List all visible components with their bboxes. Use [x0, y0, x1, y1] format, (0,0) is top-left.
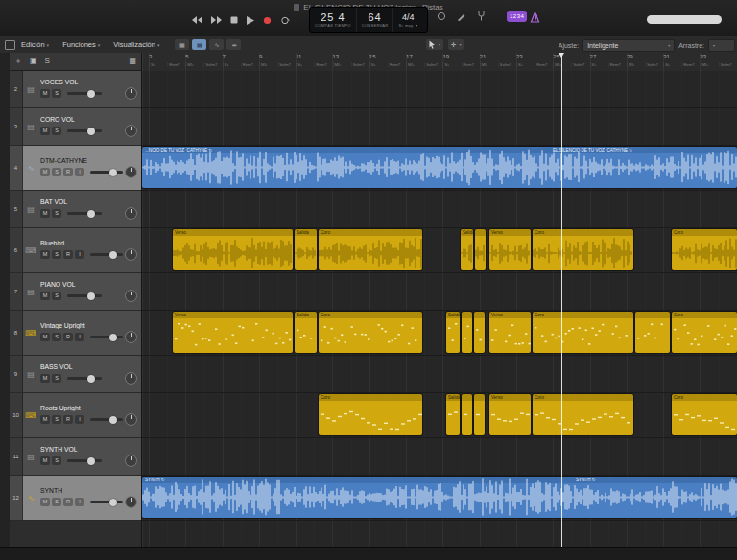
volume-slider[interactable] [90, 501, 123, 503]
track-lane-10[interactable]: CoroSalidaVersoCoroCoro [142, 393, 737, 438]
volume-slider-thumb[interactable] [87, 375, 95, 383]
lcd-display[interactable]: 25 4 COMPÁS TIEMPO 64 CONSERVAR 4/4 S♭ m… [309, 7, 428, 33]
play-button[interactable] [247, 16, 254, 25]
volume-slider-thumb[interactable] [87, 292, 95, 300]
region-Verso[interactable]: Verso [489, 229, 531, 270]
pan-knob[interactable] [125, 207, 137, 220]
region-Salida[interactable]: Salida [446, 394, 460, 435]
volume-slider[interactable] [67, 92, 102, 95]
pan-knob[interactable] [125, 125, 137, 137]
mute-button[interactable]: M [40, 168, 50, 176]
stop-button[interactable] [230, 16, 238, 24]
track-lane-8[interactable]: VersoSalidaCoroSalidaVersoCoroCoro [142, 311, 737, 356]
menu-funciones[interactable]: Funciones▾ [62, 40, 100, 49]
region-clip[interactable] [462, 312, 472, 353]
duplicate-track-button[interactable]: ▣ [30, 58, 37, 65]
pan-knob[interactable] [125, 166, 137, 178]
track-header-4[interactable]: 4∿DTM-CATHYNEMSRI [10, 146, 141, 191]
solo-button[interactable]: S [52, 456, 61, 465]
mute-button[interactable]: M [40, 209, 50, 218]
region-Salida[interactable]: Salida [446, 312, 460, 353]
bar-ruler[interactable]: 357911131517192123252729313335 S♭Rem7MI♭… [142, 53, 737, 72]
track-lane-9[interactable] [142, 356, 737, 393]
menu-edicion[interactable]: Edición▾ [21, 40, 49, 49]
volume-slider-thumb[interactable] [109, 251, 117, 259]
pan-knob[interactable] [125, 372, 137, 385]
library-icon[interactable] [5, 40, 15, 50]
input-monitor-button[interactable]: I [75, 415, 84, 424]
volume-slider-thumb[interactable] [87, 128, 95, 135]
mute-button[interactable]: M [40, 292, 50, 300]
track-header-12[interactable]: 12∿SYNTHMSRI [10, 476, 141, 521]
track-lane-5[interactable] [142, 191, 737, 228]
track-header-5[interactable]: 5▤BAT VOLMS [10, 191, 141, 228]
automation-view-toggle[interactable]: ∿ [209, 39, 224, 50]
command-click-tool-menu[interactable]: ✛ ▾ [448, 39, 464, 50]
volume-slider[interactable] [90, 418, 123, 421]
track-header-2[interactable]: 2▤VOCES VOLMS [10, 71, 141, 108]
region-Verso[interactable]: Verso [173, 312, 293, 353]
mute-button[interactable]: M [40, 127, 50, 135]
volume-slider-thumb[interactable] [87, 90, 95, 98]
mute-button[interactable]: M [40, 498, 50, 506]
input-monitor-button[interactable]: I [75, 333, 84, 341]
count-in-button[interactable]: 1234 [507, 11, 527, 22]
playhead-handle[interactable] [559, 53, 564, 58]
forward-button[interactable] [211, 16, 222, 24]
volume-slider[interactable] [90, 171, 123, 174]
region-Salida[interactable]: Salida [295, 312, 317, 353]
record-button[interactable] [263, 16, 272, 25]
region-SYNTH[interactable]: SYNTH ↻SYNTH ↻ [142, 477, 737, 518]
master-volume-slider[interactable] [647, 15, 722, 24]
region-Coro[interactable]: Coro [319, 394, 422, 435]
track-zoom-button[interactable]: ▦ [129, 58, 136, 65]
cycle-button[interactable] [280, 16, 290, 25]
input-monitor-button[interactable]: I [75, 498, 84, 506]
region-Coro[interactable]: Coro [533, 229, 633, 270]
volume-slider-thumb[interactable] [109, 334, 117, 341]
solo-button[interactable]: S [52, 415, 61, 424]
region-Coro[interactable]: Coro [533, 312, 633, 353]
region-Coro[interactable]: Coro [319, 229, 422, 270]
menu-visualizacion[interactable]: Visualización▾ [113, 40, 159, 49]
track-lane-4[interactable]: ...NCIO DE TU VOZ_CATHYNE ↻EL SILENCIO D… [142, 146, 737, 191]
track-lane-11[interactable] [142, 438, 737, 476]
region-Coro[interactable]: Coro [533, 394, 633, 435]
solo-button[interactable]: S [52, 498, 61, 506]
track-header-11[interactable]: 11▤SYNTH VOLMS [10, 438, 141, 476]
mute-button[interactable]: M [40, 456, 50, 465]
region-Coro[interactable]: Coro [672, 312, 737, 353]
track-lane-7[interactable] [142, 273, 737, 311]
region-Coro[interactable]: Coro [672, 394, 737, 435]
volume-slider-thumb[interactable] [109, 416, 117, 424]
pan-knob[interactable] [125, 290, 137, 302]
add-track-button[interactable]: ＋ [14, 58, 22, 65]
volume-slider[interactable] [67, 294, 102, 297]
left-click-tool-menu[interactable]: ▾ [426, 39, 443, 50]
pan-knob[interactable] [125, 413, 137, 426]
track-header-10[interactable]: 10⌨Roots UprightMSRI [10, 393, 141, 438]
record-enable-button[interactable]: R [63, 498, 73, 506]
region-clip[interactable] [474, 312, 485, 353]
playhead[interactable] [561, 53, 562, 547]
grid-view-toggle[interactable]: ▦ [175, 39, 189, 50]
flex-view-toggle[interactable]: ⇹ [226, 39, 241, 50]
region-Verso[interactable]: Verso [173, 229, 293, 270]
record-enable-button[interactable]: R [63, 168, 73, 176]
track-lane-2[interactable] [142, 71, 737, 108]
volume-slider-thumb[interactable] [109, 169, 117, 176]
solo-button[interactable]: S [52, 168, 61, 176]
volume-slider-thumb[interactable] [109, 499, 117, 506]
solo-button[interactable]: S [52, 250, 61, 259]
track-lane-6[interactable]: VersoSalidaCoroSalidaVersoCoroCoro [142, 228, 737, 273]
lcd-position[interactable]: 25 4 COMPÁS TIEMPO [310, 8, 357, 32]
volume-slider[interactable] [67, 212, 102, 215]
tuner-icon[interactable] [477, 11, 486, 21]
regions-view-toggle[interactable]: ▤ [192, 39, 206, 50]
region-Coro[interactable]: Coro [319, 312, 422, 353]
region-Salida[interactable]: Salida [461, 229, 473, 270]
track-header-9[interactable]: 9▤BASS VOLMS [10, 356, 141, 393]
volume-slider[interactable] [90, 336, 123, 338]
record-enable-button[interactable]: R [63, 415, 73, 424]
track-header-7[interactable]: 7▤PIANO VOLMS [10, 273, 141, 311]
